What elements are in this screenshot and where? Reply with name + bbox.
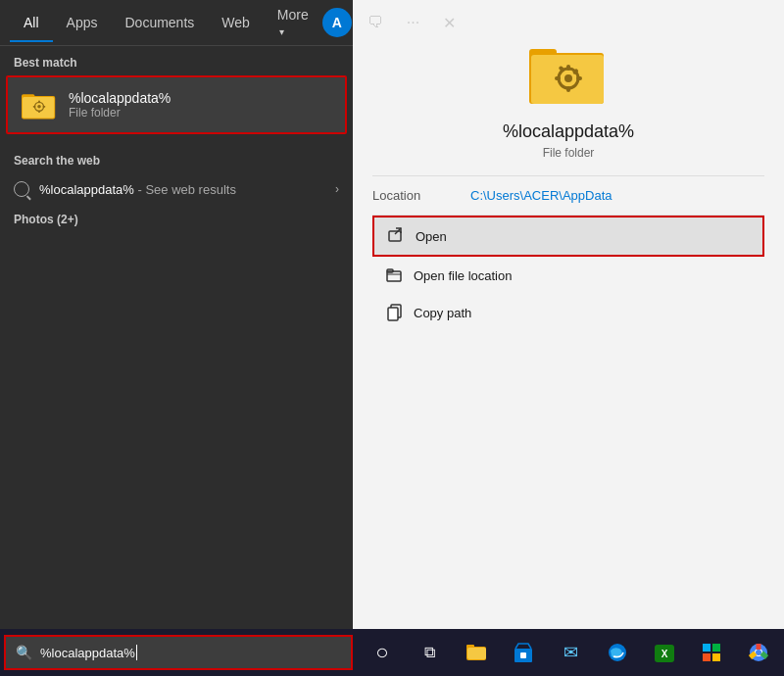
- svg-rect-20: [389, 231, 401, 241]
- nav-tabs: All Apps Documents Web More ▾ A 🗨: [0, 0, 353, 46]
- location-row: Location C:\Users\ACER\AppData: [372, 176, 764, 216]
- nav-right-controls: A 🗨 ··· ✕: [322, 8, 464, 37]
- cortana-button[interactable]: ○: [361, 631, 404, 674]
- svg-rect-7: [33, 106, 36, 108]
- svg-rect-28: [467, 648, 486, 659]
- web-query: %localappdata% - See web results: [39, 182, 236, 197]
- msstore2-button[interactable]: [690, 631, 733, 674]
- svg-rect-14: [566, 65, 570, 71]
- store-button[interactable]: [502, 631, 545, 674]
- store-icon: [512, 641, 535, 664]
- svg-rect-35: [712, 644, 720, 652]
- svg-rect-17: [576, 76, 582, 80]
- taskbar-search-box[interactable]: 🔍 %localappdata%: [4, 635, 353, 670]
- folder-icon-small: [22, 87, 57, 122]
- svg-rect-36: [703, 653, 710, 661]
- taskbar-search-text: %localappdata%: [40, 646, 135, 660]
- result-title: %localappdata%: [503, 121, 634, 142]
- svg-rect-16: [555, 76, 561, 80]
- chat-icon-button[interactable]: 🗨: [360, 10, 391, 35]
- web-search-section: Search the web %localappdata% - See web …: [0, 144, 353, 205]
- result-header: %localappdata% File folder: [372, 20, 764, 176]
- tab-apps[interactable]: Apps: [53, 3, 112, 42]
- xbox-icon: X: [653, 641, 676, 664]
- taskbar-icons: ○ ⧉ ✉ X: [361, 631, 780, 674]
- svg-rect-37: [712, 653, 720, 661]
- web-search-item[interactable]: %localappdata% - See web results ›: [0, 173, 353, 205]
- right-panel: %localappdata% File folder Location C:\U…: [353, 0, 784, 629]
- more-chevron-icon: ▾: [279, 26, 284, 37]
- best-match-title: %localappdata%: [69, 90, 171, 106]
- copy-path-icon: [386, 304, 404, 321]
- best-match-subtitle: File folder: [69, 106, 171, 120]
- search-cursor: [136, 645, 138, 660]
- close-button[interactable]: ✕: [435, 10, 464, 36]
- tab-documents[interactable]: Documents: [111, 3, 208, 42]
- location-value[interactable]: C:\Users\ACER\AppData: [470, 188, 612, 203]
- copy-path-button[interactable]: Copy path: [372, 294, 764, 331]
- tab-web[interactable]: Web: [208, 3, 264, 42]
- open-file-location-icon: [386, 266, 404, 284]
- svg-rect-8: [43, 106, 46, 108]
- chrome-button[interactable]: [737, 631, 780, 674]
- windows-icon: [700, 641, 723, 664]
- location-label: Location: [372, 188, 470, 203]
- user-avatar-button[interactable]: A: [322, 8, 352, 37]
- svg-rect-34: [703, 644, 710, 652]
- best-match-label: Best match: [0, 46, 353, 75]
- edge-icon: [606, 641, 629, 664]
- edge-button[interactable]: [596, 631, 639, 674]
- chrome-icon: [747, 641, 770, 664]
- ellipsis-button[interactable]: ···: [399, 10, 427, 35]
- svg-rect-30: [520, 652, 526, 658]
- xbox-button[interactable]: X: [643, 631, 686, 674]
- open-file-location-button[interactable]: Open file location: [372, 257, 764, 294]
- photos-section-label: Photos (2+): [0, 205, 353, 230]
- web-search-label: Search the web: [0, 144, 353, 173]
- file-explorer-icon: [465, 641, 488, 664]
- chevron-right-icon: ›: [335, 182, 339, 196]
- ellipsis-icon: ···: [407, 14, 419, 30]
- svg-text:X: X: [662, 649, 668, 659]
- mail-button[interactable]: ✉: [549, 631, 592, 674]
- svg-rect-5: [38, 101, 40, 104]
- explorer-button[interactable]: [455, 631, 498, 674]
- result-subtitle: File folder: [543, 146, 595, 160]
- svg-rect-25: [388, 308, 398, 320]
- chat-icon: 🗨: [368, 14, 383, 30]
- open-button[interactable]: Open: [372, 216, 764, 257]
- svg-point-13: [564, 74, 572, 82]
- taskview-button[interactable]: ⧉: [408, 631, 451, 674]
- tab-more[interactable]: More ▾: [264, 0, 322, 50]
- svg-point-4: [37, 105, 41, 109]
- close-icon: ✕: [443, 15, 456, 31]
- taskbar-search-icon: 🔍: [16, 645, 32, 660]
- best-match-item[interactable]: %localappdata% File folder: [6, 75, 347, 134]
- search-icon: [14, 181, 29, 197]
- svg-rect-15: [566, 86, 570, 92]
- svg-rect-6: [38, 110, 40, 113]
- taskbar: 🔍 %localappdata% ○ ⧉ ✉: [0, 629, 784, 676]
- best-match-text-group: %localappdata% File folder: [69, 90, 171, 120]
- tab-all[interactable]: All: [10, 3, 53, 42]
- folder-icon-large: [529, 39, 608, 108]
- open-icon: [388, 227, 406, 245]
